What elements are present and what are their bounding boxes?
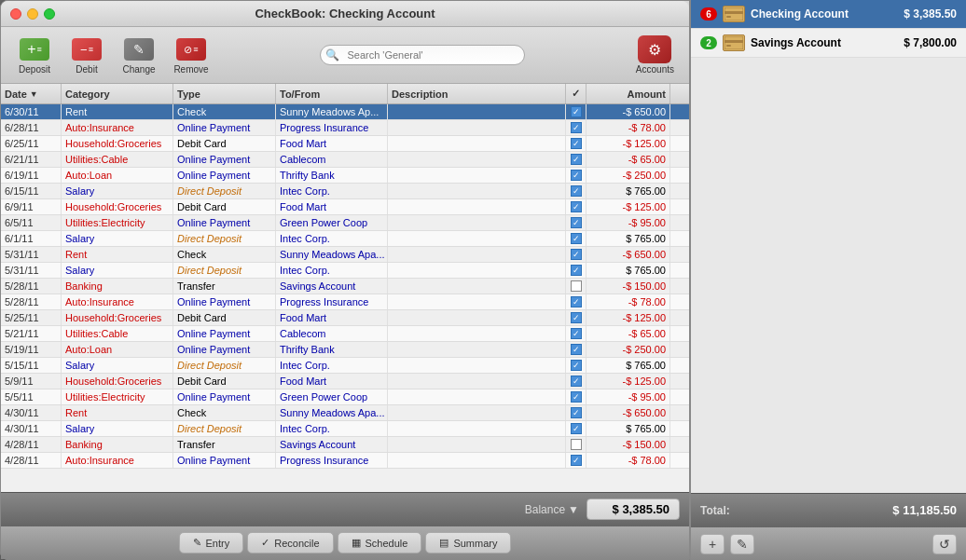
checkbox[interactable]: [571, 201, 582, 212]
table-row[interactable]: 5/21/11 Utilities:Cable Online Payment C…: [1, 326, 689, 342]
table-row[interactable]: 5/5/11 Utilities:Electricity Online Paym…: [1, 389, 689, 405]
checkbox[interactable]: [571, 360, 582, 371]
checkbox[interactable]: [571, 407, 582, 418]
cell-check[interactable]: [566, 405, 586, 420]
col-check[interactable]: ✓: [566, 84, 586, 103]
cell-check[interactable]: [566, 421, 586, 436]
cell-check[interactable]: [566, 279, 586, 294]
table-row[interactable]: 5/31/11 Rent Check Sunny Meadows Apa... …: [1, 247, 689, 263]
cell-check[interactable]: [566, 120, 586, 135]
close-button[interactable]: [10, 8, 21, 20]
table-row[interactable]: 5/19/11 Auto:Loan Online Payment Thrifty…: [1, 342, 689, 358]
checkbox[interactable]: [571, 138, 582, 149]
checkbox[interactable]: [571, 170, 582, 181]
table-row[interactable]: 6/5/11 Utilities:Electricity Online Paym…: [1, 215, 689, 231]
transaction-table[interactable]: 6/30/11 Rent Check Sunny Meadows Ap... -…: [1, 104, 689, 492]
cell-check[interactable]: [566, 358, 586, 373]
checkbox[interactable]: [571, 376, 582, 387]
cell-check[interactable]: [566, 453, 586, 468]
table-row[interactable]: 4/28/11 Banking Transfer Savings Account…: [1, 437, 689, 453]
table-row[interactable]: 4/30/11 Rent Check Sunny Meadows Apa... …: [1, 405, 689, 421]
table-row[interactable]: 6/9/11 Household:Groceries Debit Card Fo…: [1, 199, 689, 215]
cell-check[interactable]: [566, 326, 586, 341]
cell-check[interactable]: [566, 136, 586, 151]
col-category[interactable]: Category: [62, 84, 173, 103]
checkbox[interactable]: [571, 439, 582, 450]
cell-check[interactable]: [566, 152, 586, 167]
cell-check[interactable]: [566, 342, 586, 357]
checkbox[interactable]: [571, 154, 582, 165]
checkbox[interactable]: [571, 249, 582, 260]
change-button[interactable]: ✎ Change: [115, 33, 163, 77]
sidebar-account-item[interactable]: 2 Savings Account $ 7,800.00: [691, 29, 966, 58]
add-account-button[interactable]: +: [700, 534, 724, 554]
cell-check[interactable]: [566, 389, 586, 404]
checkbox[interactable]: [571, 296, 582, 307]
table-row[interactable]: 5/25/11 Household:Groceries Debit Card F…: [1, 310, 689, 326]
minimize-button[interactable]: [27, 8, 38, 20]
search-input[interactable]: [320, 45, 525, 65]
sync-button[interactable]: ↺: [932, 534, 957, 554]
table-row[interactable]: 5/28/11 Banking Transfer Savings Account…: [1, 279, 689, 294]
remove-button[interactable]: ⊘ ≡ Remove: [167, 33, 215, 77]
sidebar-account-item[interactable]: 6 Checking Account $ 3,385.50: [691, 0, 966, 29]
checkbox[interactable]: [571, 233, 582, 244]
col-type[interactable]: Type: [173, 84, 276, 103]
cell-to-from: Progress Insurance: [276, 120, 388, 135]
table-row[interactable]: 4/28/11 Auto:Insurance Online Payment Pr…: [1, 453, 689, 469]
cell-check[interactable]: [566, 374, 586, 389]
checkbox[interactable]: [571, 423, 582, 434]
checkbox[interactable]: [571, 455, 582, 466]
table-row[interactable]: 4/30/11 Salary Direct Deposit Intec Corp…: [1, 421, 689, 437]
tab-summary[interactable]: ▤ Summary: [425, 532, 511, 553]
checkbox[interactable]: [571, 391, 582, 403]
table-row[interactable]: 6/25/11 Household:Groceries Debit Card F…: [1, 136, 689, 152]
tab-reconcile[interactable]: ✓ Reconcile: [247, 532, 333, 553]
table-row[interactable]: 5/15/11 Salary Direct Deposit Intec Corp…: [1, 358, 689, 374]
table-row[interactable]: 6/28/11 Auto:Insurance Online Payment Pr…: [1, 120, 689, 136]
checkbox[interactable]: [571, 106, 582, 117]
table-row[interactable]: 6/19/11 Auto:Loan Online Payment Thrifty…: [1, 168, 689, 184]
cell-check[interactable]: [566, 184, 586, 198]
maximize-button[interactable]: [44, 8, 55, 20]
col-description[interactable]: Description: [388, 84, 566, 103]
checkbox[interactable]: [571, 280, 582, 292]
cell-check[interactable]: [566, 104, 586, 119]
tab-schedule[interactable]: ▦ Schedule: [338, 532, 422, 553]
cell-check[interactable]: [566, 199, 586, 214]
cell-check[interactable]: [566, 168, 586, 183]
balance-label[interactable]: Balance ▼: [525, 503, 579, 516]
cell-check[interactable]: [566, 437, 586, 452]
table-row[interactable]: 6/30/11 Rent Check Sunny Meadows Ap... -…: [1, 104, 689, 120]
col-to-from[interactable]: To/From: [276, 84, 388, 103]
table-row[interactable]: 5/31/11 Salary Direct Deposit Intec Corp…: [1, 263, 689, 279]
cell-check[interactable]: [566, 294, 586, 309]
cell-check[interactable]: [566, 263, 586, 278]
checkbox[interactable]: [571, 344, 582, 355]
tab-entry[interactable]: ✎ Entry: [179, 532, 244, 553]
checkbox[interactable]: [571, 265, 582, 276]
checkbox[interactable]: [571, 122, 582, 133]
edit-account-button[interactable]: ✎: [730, 534, 754, 554]
cell-category: Household:Groceries: [62, 199, 173, 214]
col-date[interactable]: Date ▼: [1, 84, 62, 103]
table-row[interactable]: 6/1/11 Salary Direct Deposit Intec Corp.…: [1, 231, 689, 247]
col-amount[interactable]: Amount: [586, 84, 670, 103]
debit-button[interactable]: − ≡ Debit: [62, 33, 111, 77]
cell-check[interactable]: [566, 215, 586, 230]
cell-check[interactable]: [566, 231, 586, 246]
checkbox[interactable]: [571, 185, 582, 197]
checkbox[interactable]: [571, 328, 582, 339]
table-row[interactable]: 6/21/11 Utilities:Cable Online Payment C…: [1, 152, 689, 168]
checkbox[interactable]: [571, 312, 582, 323]
table-row[interactable]: 5/28/11 Auto:Insurance Online Payment Pr…: [1, 294, 689, 310]
checkbox[interactable]: [571, 217, 582, 228]
table-row[interactable]: 6/15/11 Salary Direct Deposit Intec Corp…: [1, 184, 689, 199]
cell-check[interactable]: [566, 310, 586, 325]
accounts-button[interactable]: ⚙ Accounts: [630, 33, 680, 77]
cell-check[interactable]: [566, 247, 586, 262]
table-row[interactable]: 5/9/11 Household:Groceries Debit Card Fo…: [1, 374, 689, 389]
cell-amount: $ 765.00: [586, 358, 670, 373]
cell-date: 5/15/11: [1, 358, 62, 373]
deposit-button[interactable]: + ≡ Deposit: [10, 33, 59, 77]
